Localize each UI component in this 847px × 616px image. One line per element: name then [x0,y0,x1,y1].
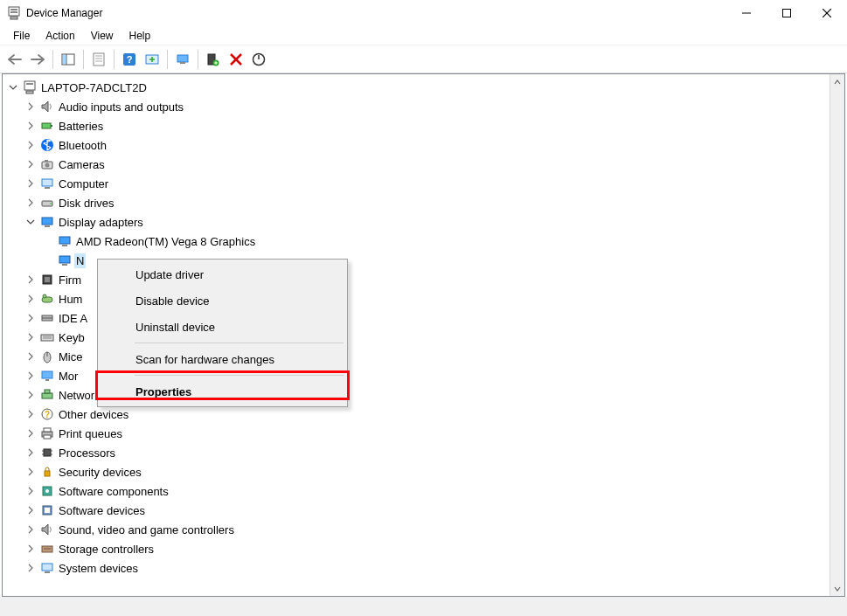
toolbar-forward-button[interactable] [27,49,48,70]
tree-category[interactable]: Storage controllers [6,539,830,558]
storage-icon [39,542,55,556]
tree-category-label: Disk drives [57,196,116,211]
tree-category-label: Sound, video and game controllers [57,523,236,537]
toolbar-show-hide-button[interactable] [58,49,79,70]
chevron-right-icon[interactable] [24,484,38,498]
tree-category-label: Processors [57,446,117,460]
tree-category[interactable]: Bluetooth [6,135,830,155]
toolbar-enable-device-button[interactable] [203,49,224,70]
chevron-right-icon[interactable] [24,426,38,440]
scroll-down-arrow[interactable] [830,581,844,596]
tree-category-label: Cameras [57,157,107,172]
svg-rect-45 [45,277,50,282]
chevron-right-icon[interactable] [24,388,38,402]
svg-rect-42 [59,256,70,263]
chevron-right-icon[interactable] [24,350,38,363]
tree-device-label: N [74,253,86,268]
chevron-right-icon[interactable] [24,561,38,575]
chevron-right-icon[interactable] [24,542,38,556]
tree-category[interactable]: Computer [6,174,830,193]
toolbar-update-driver-button[interactable] [142,49,163,70]
toolbar-help-button[interactable]: ? [119,49,140,70]
window-title: Device Manager [26,7,102,19]
tree-category-label: Keyb [57,330,87,345]
menu-view[interactable]: View [83,27,121,45]
chevron-right-icon[interactable] [24,138,38,152]
tree-category[interactable]: Sound, video and game controllers [6,520,830,539]
tree-category[interactable]: Software devices [6,501,830,520]
minimize-button[interactable] [726,0,767,26]
chevron-right-icon[interactable] [24,196,38,210]
battery-icon [39,119,55,133]
chevron-right-icon[interactable] [24,100,38,114]
chevron-right-icon[interactable] [24,176,38,190]
system-icon [39,561,55,575]
menu-file[interactable]: File [5,27,38,45]
context-menu-disable-device[interactable]: Disable device [100,287,345,314]
svg-rect-69 [45,471,50,476]
chevron-right-icon[interactable] [24,157,38,171]
caption-buttons [726,0,847,26]
chevron-right-icon[interactable] [24,503,38,517]
vertical-scrollbar[interactable] [830,74,844,596]
svg-rect-10 [63,55,66,64]
tree-root[interactable]: LAPTOP-7ADCLT2D [6,78,830,97]
tree-category[interactable]: Disk drives [6,193,830,212]
svg-rect-11 [94,53,104,66]
chevron-right-icon[interactable] [24,465,38,479]
tree-category-label: Mice [57,350,84,364]
chevron-right-icon[interactable] [24,369,38,383]
chevron-right-icon[interactable] [24,330,38,344]
tree-category[interactable]: Display adapters [6,212,830,232]
menu-help[interactable]: Help [121,27,159,45]
svg-point-32 [45,163,50,168]
chevron-down-icon[interactable] [24,215,38,229]
toolbar-uninstall-device-button[interactable] [226,49,246,70]
toolbar-properties-button[interactable] [88,49,109,70]
svg-rect-33 [45,160,48,162]
keyboard-icon [39,330,55,344]
context-menu-separator [135,343,344,343]
device-manager-window: Device Manager File Action View Help [0,0,847,616]
tree-category[interactable]: Processors [6,443,830,462]
close-button[interactable] [807,0,847,26]
chevron-right-icon[interactable] [24,446,38,460]
chevron-right-icon[interactable] [24,523,38,536]
tree-category[interactable]: ?Other devices [6,405,830,424]
context-menu-scan-hardware[interactable]: Scan for hardware changes [100,346,345,372]
computer-icon [22,80,38,94]
tree-category-label: Security devices [57,465,143,480]
context-menu-uninstall-device[interactable]: Uninstall device [100,314,345,340]
context-menu-properties[interactable]: Properties [100,378,345,405]
tree-device[interactable]: AMD Radeon(TM) Vega 8 Graphics [6,232,830,251]
menu-action[interactable]: Action [38,27,82,45]
tree-category[interactable]: Batteries [6,116,830,135]
chevron-right-icon[interactable] [24,311,38,325]
tree-category[interactable]: Cameras [6,155,830,174]
chevron-right-icon[interactable] [24,273,38,287]
chevron-right-icon[interactable] [24,407,38,421]
chevron-right-icon[interactable] [24,119,38,133]
context-menu-update-driver[interactable]: Update driver [100,261,345,287]
tree-category-label: Print queues [57,426,124,441]
toolbar-back-button[interactable] [4,49,25,70]
tree-category[interactable]: System devices [6,558,830,578]
svg-rect-18 [177,55,188,62]
tree-category[interactable]: Software components [6,481,830,501]
tree-category[interactable]: Security devices [6,462,830,481]
expander-icon[interactable] [6,80,20,94]
toolbar-disable-device-button[interactable] [248,49,269,70]
tree-category[interactable]: Audio inputs and outputs [6,97,830,116]
scroll-up-arrow[interactable] [830,74,844,89]
chevron-right-icon[interactable] [24,292,38,306]
toolbar-scan-hardware-button[interactable] [172,49,193,70]
tree-category[interactable]: Print queues [6,424,830,443]
svg-rect-39 [45,225,50,227]
tree-device-label: AMD Radeon(TM) Vega 8 Graphics [74,234,257,249]
maximize-button[interactable] [767,0,807,26]
display-icon [57,234,73,248]
printer-icon [39,426,55,440]
svg-rect-63 [44,435,51,439]
status-bar [0,597,847,616]
device-tree[interactable]: LAPTOP-7ADCLT2D Audio inputs and outputs… [3,74,830,596]
